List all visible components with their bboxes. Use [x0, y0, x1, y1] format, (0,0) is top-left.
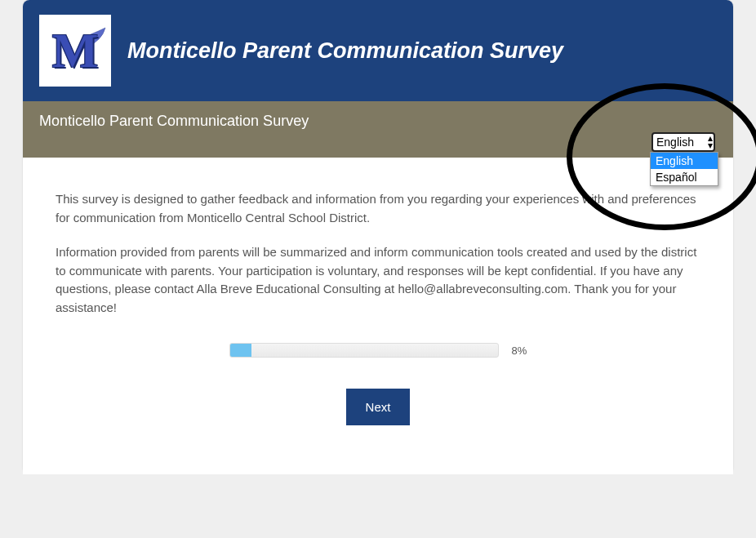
intro-text: This survey is designed to gather feedba…	[56, 190, 700, 317]
progress-container: 8%	[56, 343, 700, 358]
logo-letter: M	[52, 23, 99, 79]
dropdown-option-english[interactable]: English	[651, 153, 718, 169]
dropdown-option-spanish[interactable]: Español	[651, 169, 718, 185]
survey-body: This survey is designed to gather feedba…	[23, 158, 733, 474]
subheader-title: Monticello Parent Communication Survey	[39, 113, 717, 130]
progress-bar	[229, 343, 499, 358]
school-logo: M	[39, 15, 111, 87]
progress-fill	[230, 344, 251, 357]
survey-card: M Monticello Parent Communication Survey…	[23, 0, 733, 474]
intro-paragraph-2: Information provided from parents will b…	[56, 243, 700, 317]
intro-paragraph-1: This survey is designed to gather feedba…	[56, 190, 700, 227]
language-dropdown-open: English Español	[650, 152, 718, 186]
survey-header: M Monticello Parent Communication Survey	[23, 0, 733, 101]
survey-subheader: Monticello Parent Communication Survey E…	[23, 101, 733, 158]
language-selector-container: English Español ▴▾ English Español	[651, 132, 715, 152]
survey-title: Monticello Parent Communication Survey	[127, 38, 563, 64]
next-button[interactable]: Next	[346, 389, 411, 425]
progress-label: 8%	[512, 345, 527, 357]
language-select[interactable]: English Español	[651, 132, 715, 152]
